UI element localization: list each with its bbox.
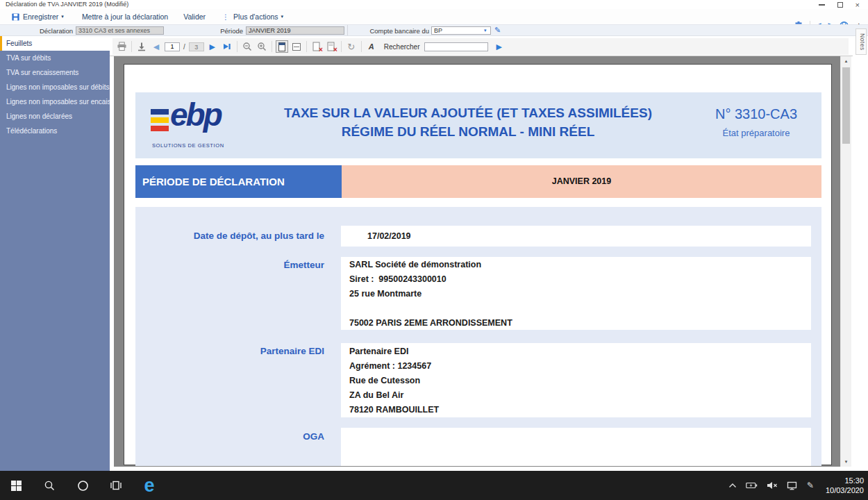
more-dots-icon: ⋮ (222, 13, 229, 21)
close-preview-icon[interactable]: × (325, 40, 337, 53)
toolbar-separator (237, 41, 237, 52)
last-page-icon[interactable] (221, 40, 233, 53)
red-x-glyph: × (333, 47, 337, 53)
period-band-label: PÉRIODE DE DÉCLARATION (135, 165, 342, 198)
ebp-logo: ebp SOLUTIONS DE GESTION (151, 103, 237, 149)
sidebar-item-lignes-non-imposables-encaissements[interactable]: Lignes non imposables sur encaissements (0, 94, 110, 109)
red-x-glyph: × (319, 47, 323, 53)
edge-browser-icon[interactable]: e (142, 471, 157, 500)
toolbar-separator (361, 41, 362, 52)
volume-muted-icon[interactable] (767, 481, 778, 490)
previous-page-icon[interactable]: ◀ (150, 40, 162, 53)
ebp-logo-bars-icon (151, 109, 169, 134)
period-band-value: JANVIER 2019 (342, 165, 821, 198)
battery-icon[interactable] (746, 482, 758, 489)
compte-bancaire-input[interactable] (431, 26, 491, 35)
compte-field-label: Compte bancaire du paiement (350, 26, 429, 36)
refresh-icon[interactable]: ↻ (345, 40, 358, 53)
oga-field (341, 428, 811, 466)
search-input[interactable] (424, 42, 488, 51)
save-icon (11, 12, 20, 22)
more-actions-dropdown-icon: ▾ (281, 14, 284, 19)
document-header-block: ebp SOLUTIONS DE GESTION TAXE SUR LA VAL… (135, 92, 821, 158)
taskbar-search-icon[interactable] (42, 471, 57, 500)
compte-dropdown-icon[interactable]: ▾ (484, 28, 487, 33)
periode-input[interactable] (246, 26, 344, 35)
next-page-icon[interactable]: ▶ (206, 40, 219, 53)
preview-toolbar: ◀ / 3 ▶ × × ↻ A (112, 38, 849, 55)
task-view-icon[interactable] (108, 471, 124, 500)
declaration-field-label: Déclaration (0, 26, 73, 36)
edi-line: 78120 RAMBOUILLET (341, 403, 811, 417)
network-icon[interactable] (787, 481, 798, 490)
edi-line: ZA du Bel Air (341, 388, 811, 403)
minimize-icon[interactable] (819, 4, 825, 6)
export-pdf-close-icon[interactable]: × (310, 40, 323, 53)
title-bar: Déclaration de TVA JANVIER 2019 (Modifié… (0, 0, 868, 9)
fit-width-icon[interactable] (290, 40, 303, 53)
sidebar-item-tva-debits[interactable]: TVA sur débits (0, 51, 110, 65)
save-label: Enregistrer (23, 12, 58, 21)
clock-date: 10/03/2020 (826, 485, 864, 495)
scroll-down-icon[interactable]: ▼ (841, 457, 851, 467)
zoom-in-icon[interactable] (256, 40, 268, 53)
report-preview-panel: ◀ / 3 ▶ × × ↻ A (110, 36, 868, 471)
taskbar-left-icons: e (8, 471, 157, 500)
preview-scrollbar[interactable]: ▲ ▼ (840, 56, 851, 467)
scrollbar-thumb[interactable] (842, 67, 850, 144)
close-icon[interactable]: × (856, 1, 860, 9)
fields-divider (347, 25, 348, 35)
scroll-up-icon[interactable]: ▲ (841, 56, 851, 66)
date-depot-value: 17/02/2019 (341, 226, 811, 247)
current-page-input[interactable] (165, 42, 180, 51)
emetteur-label: Émetteur (135, 258, 324, 272)
emetteur-line: Siret : 99500243300010 (341, 272, 811, 287)
document-title-line1: TAXE SUR LA VALEUR AJOUTÉE (ET TAXES ASS… (245, 103, 691, 122)
periode-field-label: Période (197, 26, 243, 36)
tray-expand-chevron-icon[interactable] (728, 483, 737, 488)
notes-tab[interactable]: Notes (856, 28, 867, 55)
export-icon[interactable] (135, 40, 148, 53)
toolbar-separator (306, 41, 307, 52)
system-tray: ✎ 15:30 10/03/2020 (728, 471, 864, 500)
partenaire-edi-label: Partenaire EDI (135, 344, 324, 358)
compte-edit-pencil-icon[interactable]: ✎ (494, 26, 501, 35)
period-band: PÉRIODE DE DÉCLARATION JANVIER 2019 (135, 165, 821, 198)
font-search-icon[interactable]: A (365, 40, 378, 53)
search-label: Rechercher (384, 43, 420, 51)
sidebar-item-feuillets[interactable]: Feuillets (0, 36, 110, 51)
emetteur-line: SARL Société de démonstration (341, 258, 811, 272)
declaration-input[interactable] (76, 26, 164, 35)
oga-label: OGA (135, 429, 324, 444)
cortana-icon[interactable] (75, 471, 90, 500)
print-icon[interactable] (115, 40, 128, 53)
edi-line: Rue de Cutesson (341, 374, 811, 388)
window-title: Déclaration de TVA JANVIER 2019 (Modifié… (6, 1, 128, 8)
document-title-line2: RÉGIME DU RÉEL NORMAL - MINI RÉEL (245, 122, 691, 141)
taskbar: e ✎ 15:30 10/03/2020 (0, 471, 868, 500)
emetteur-line: 25 rue Montmarte (341, 287, 811, 301)
sidebar-item-lignes-non-imposables-debits[interactable]: Lignes non imposables sur débits (0, 80, 110, 94)
validate-button[interactable]: Valider (183, 12, 206, 21)
restore-icon[interactable] (837, 2, 843, 8)
sidebar-item-lignes-non-declarees[interactable]: Lignes non déclarées (0, 109, 110, 124)
fit-page-icon[interactable] (276, 40, 288, 53)
total-pages-box: 3 (189, 42, 204, 51)
clock-time: 15:30 (826, 476, 864, 485)
zoom-out-icon[interactable] (241, 40, 253, 53)
ebp-logo-tagline: SOLUTIONS DE GESTION (152, 142, 224, 149)
sidebar-item-teledeclarations[interactable]: Télédéclarations (0, 124, 110, 138)
update-declaration-label: Mettre à jour la déclaration (82, 12, 168, 21)
update-declaration-button[interactable]: Mettre à jour la déclaration (82, 12, 168, 21)
taskbar-clock[interactable]: 15:30 10/03/2020 (823, 476, 864, 495)
search-go-icon[interactable]: ▶ (496, 42, 501, 51)
save-dropdown-icon[interactable]: ▾ (61, 14, 64, 19)
sidebar-item-tva-encaissements[interactable]: TVA sur encaissements (0, 65, 110, 80)
more-actions-button[interactable]: ⋮ Plus d'actions ▾ (222, 12, 283, 21)
save-button[interactable]: Enregistrer ▾ (11, 12, 64, 22)
start-button-icon[interactable] (8, 471, 24, 500)
edi-line: Partenaire EDI (341, 344, 811, 359)
declaration-fields-bar: Déclaration Période Compte bancaire du p… (0, 24, 868, 36)
pen-input-icon[interactable]: ✎ (807, 481, 814, 490)
validate-label: Valider (183, 12, 206, 21)
